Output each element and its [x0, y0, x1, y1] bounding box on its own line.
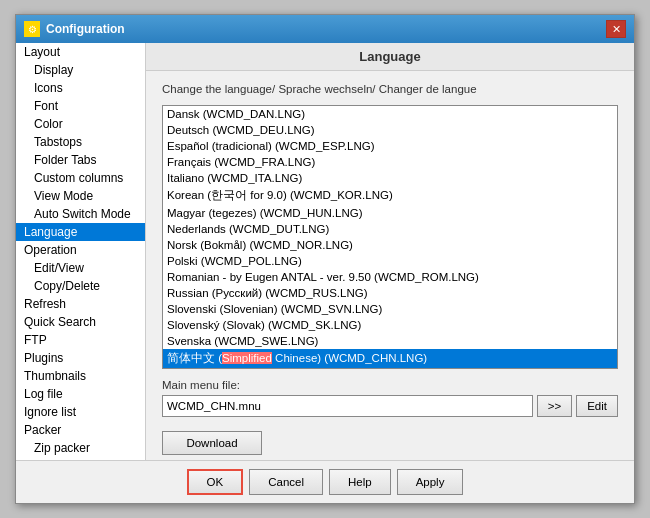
sidebar-item-ignore-list[interactable]: Ignore list	[16, 403, 145, 421]
sidebar-item-view-mode[interactable]: View Mode	[16, 187, 145, 205]
sidebar-item-refresh[interactable]: Refresh	[16, 295, 145, 313]
sidebar-item-plugins[interactable]: Plugins	[16, 349, 145, 367]
language-list-item[interactable]: Deutsch (WCMD_DEU.LNG)	[163, 122, 617, 138]
main-menu-file-label: Main menu file:	[162, 379, 618, 391]
language-list-item[interactable]: Korean (한국어 for 9.0) (WCMD_KOR.LNG)	[163, 186, 617, 205]
apply-button[interactable]: Apply	[397, 469, 464, 495]
language-list-item[interactable]: Slovenský (Slovak) (WCMD_SK.LNG)	[163, 317, 617, 333]
ok-button[interactable]: OK	[187, 469, 244, 495]
download-row: Download	[162, 427, 618, 455]
edit-button[interactable]: Edit	[576, 395, 618, 417]
language-list-item[interactable]: Norsk (Bokmål) (WCMD_NOR.LNG)	[163, 237, 617, 253]
window-title: Configuration	[46, 22, 125, 36]
language-list-item[interactable]: Polski (WCMD_POL.LNG)	[163, 253, 617, 269]
sidebar: LayoutDisplayIconsFontColorTabstopsFolde…	[16, 43, 146, 460]
language-list-item[interactable]: Italiano (WCMD_ITA.LNG)	[163, 170, 617, 186]
sidebar-item-log-file[interactable]: Log file	[16, 385, 145, 403]
window-body: LayoutDisplayIconsFontColorTabstopsFolde…	[16, 43, 634, 460]
download-button[interactable]: Download	[162, 431, 262, 455]
title-bar-left: ⚙ Configuration	[24, 21, 125, 37]
sidebar-item-operation[interactable]: Operation	[16, 241, 145, 259]
sidebar-item-auto-switch-mode[interactable]: Auto Switch Mode	[16, 205, 145, 223]
main-menu-file-input-row: >> Edit	[162, 395, 618, 417]
title-bar: ⚙ Configuration ✕	[16, 15, 634, 43]
sidebar-item-display[interactable]: Display	[16, 61, 145, 79]
sidebar-item-color[interactable]: Color	[16, 115, 145, 133]
language-list-item[interactable]: Español (tradicional) (WCMD_ESP.LNG)	[163, 138, 617, 154]
main-menu-file-row: Main menu file: >> Edit	[162, 379, 618, 417]
sidebar-item-custom-columns[interactable]: Custom columns	[16, 169, 145, 187]
help-button[interactable]: Help	[329, 469, 391, 495]
content-area: Language Change the language/ Sprache we…	[146, 43, 634, 460]
language-list-item[interactable]: Slovenski (Slovenian) (WCMD_SVN.LNG)	[163, 301, 617, 317]
sidebar-item-edit-view[interactable]: Edit/View	[16, 259, 145, 277]
language-list-item[interactable]: Nederlands (WCMD_DUT.LNG)	[163, 221, 617, 237]
sidebar-item-font[interactable]: Font	[16, 97, 145, 115]
sidebar-item-packer[interactable]: Packer	[16, 421, 145, 439]
cancel-button[interactable]: Cancel	[249, 469, 323, 495]
content-inner: Change the language/ Sprache wechseln/ C…	[146, 71, 634, 460]
language-list-item[interactable]: Svenska (WCMD_SWE.LNG)	[163, 333, 617, 349]
arrow-button[interactable]: >>	[537, 395, 572, 417]
close-button[interactable]: ✕	[606, 20, 626, 38]
content-header: Language	[146, 43, 634, 71]
language-description: Change the language/ Sprache wechseln/ C…	[162, 83, 618, 95]
language-list-item[interactable]: 简体中文 (Simplified Chinese) (WCMD_CHN.LNG)	[163, 349, 617, 368]
language-list-item[interactable]: Romanian - by Eugen ANTAL - ver. 9.50 (W…	[163, 269, 617, 285]
language-list-item[interactable]: Russian (Русский) (WCMD_RUS.LNG)	[163, 285, 617, 301]
sidebar-item-folder-tabs[interactable]: Folder Tabs	[16, 151, 145, 169]
language-list-item[interactable]: Magyar (tegezes) (WCMD_HUN.LNG)	[163, 205, 617, 221]
sidebar-item-tabstops[interactable]: Tabstops	[16, 133, 145, 151]
sidebar-item-language[interactable]: Language	[16, 223, 145, 241]
sidebar-item-icons[interactable]: Icons	[16, 79, 145, 97]
language-list-item[interactable]: Dansk (WCMD_DAN.LNG)	[163, 106, 617, 122]
language-list[interactable]: Dansk (WCMD_DAN.LNG)Deutsch (WCMD_DEU.LN…	[162, 105, 618, 369]
sidebar-item-ftp[interactable]: FTP	[16, 331, 145, 349]
language-list-item[interactable]: Français (WCMD_FRA.LNG)	[163, 154, 617, 170]
configuration-window: ⚙ Configuration ✕ LayoutDisplayIconsFont…	[15, 14, 635, 504]
sidebar-item-layout[interactable]: Layout	[16, 43, 145, 61]
sidebar-item-thumbnails[interactable]: Thumbnails	[16, 367, 145, 385]
footer: OK Cancel Help Apply	[16, 460, 634, 503]
sidebar-item-copy-delete[interactable]: Copy/Delete	[16, 277, 145, 295]
app-icon: ⚙	[24, 21, 40, 37]
sidebar-item-quick-search[interactable]: Quick Search	[16, 313, 145, 331]
main-menu-file-input[interactable]	[162, 395, 533, 417]
sidebar-item-zip-packer[interactable]: Zip packer	[16, 439, 145, 457]
